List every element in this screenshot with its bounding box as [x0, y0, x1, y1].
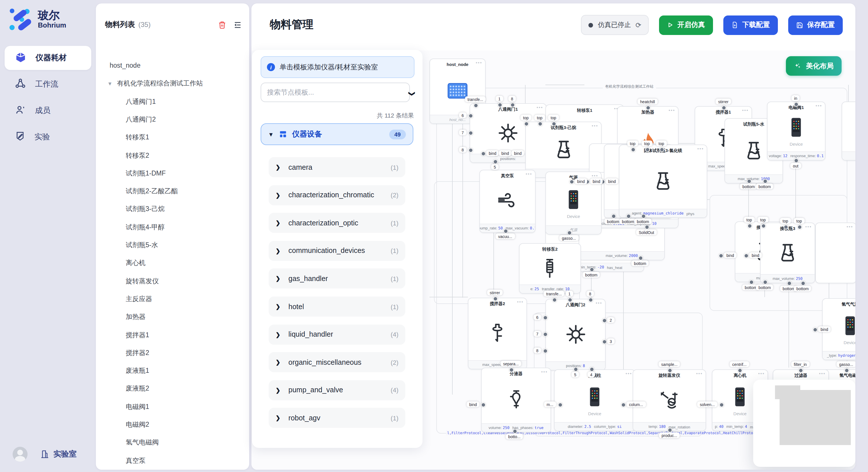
- node-洗脱柱[interactable]: 洗脱柱•••Devicediameter: 2.5column_type: si: [554, 369, 636, 431]
- node-menu-icon[interactable]: •••: [819, 371, 826, 376]
- port-dot[interactable]: [631, 147, 636, 152]
- port-dot[interactable]: [538, 122, 542, 126]
- node-分液器[interactable]: 分液器•••volume: 250has_phases: true: [481, 368, 551, 432]
- port-dot[interactable]: [646, 105, 650, 110]
- template-item-robot_agv[interactable]: ❯robot_agv(1): [269, 408, 405, 428]
- port-dot[interactable]: [641, 214, 646, 218]
- node-搅拌器2[interactable]: 搅拌器2•••max_speed: 2000: [468, 298, 527, 369]
- sidebar-item-laboratory[interactable]: 实验室: [40, 449, 76, 460]
- template-item-liquid_handler[interactable]: ❯liquid_handler(4): [269, 324, 405, 344]
- collapse-all-icon[interactable]: ❯: [408, 91, 415, 96]
- port-dot[interactable]: [543, 349, 547, 353]
- template-item-gas_handler[interactable]: ❯gas_handler(1): [269, 269, 405, 289]
- tree-item-电磁阀2[interactable]: 电磁阀2: [126, 417, 149, 431]
- node-menu-icon[interactable]: •••: [476, 60, 482, 65]
- port-dot[interactable]: [749, 280, 754, 284]
- port-dot[interactable]: [524, 122, 529, 126]
- port-dot[interactable]: [787, 281, 792, 285]
- avatar[interactable]: [12, 447, 28, 462]
- tree-item-host_node[interactable]: host_node: [110, 59, 141, 72]
- port-dot[interactable]: [468, 148, 473, 153]
- port-dot[interactable]: [468, 113, 473, 118]
- port-dot[interactable]: [513, 429, 517, 434]
- tree-item-试剂瓶4-甲醇[interactable]: 试剂瓶4-甲醇: [126, 220, 164, 234]
- port-dot[interactable]: [602, 339, 607, 344]
- port-dot[interactable]: [813, 328, 817, 332]
- port-dot[interactable]: [558, 403, 562, 407]
- tree-item-试剂瓶1-DMF[interactable]: 试剂瓶1-DMF: [126, 166, 166, 180]
- port-dot[interactable]: [574, 367, 578, 372]
- node-menu-icon[interactable]: •••: [517, 299, 524, 305]
- beautify-layout-button[interactable]: 美化布局: [786, 56, 842, 76]
- port-dot[interactable]: [719, 403, 724, 407]
- template-item-camera[interactable]: ❯camera(1): [269, 157, 405, 177]
- port-dot[interactable]: [498, 103, 502, 107]
- port-dot[interactable]: [799, 368, 803, 373]
- port-dot[interactable]: [668, 428, 672, 432]
- search-input[interactable]: [260, 82, 410, 102]
- sidebar-item-2[interactable]: 成员: [5, 99, 91, 123]
- port-dot[interactable]: [611, 214, 616, 218]
- node-接收瓶3[interactable]: 接收瓶3•••max_volume: 250: [760, 223, 815, 283]
- template-item-characterization_chromatic[interactable]: ❯characterization_chromatic(2): [269, 185, 405, 205]
- node-menu-icon[interactable]: •••: [541, 369, 548, 374]
- port-dot[interactable]: [590, 267, 594, 272]
- port-dot[interactable]: [543, 315, 547, 320]
- port-dot[interactable]: [747, 179, 751, 183]
- node-menu-icon[interactable]: •••: [596, 301, 602, 306]
- node-固体试剂瓶3-氯化镁[interactable]: 固体试剂瓶3-氯化镁•••agent: magnesium_chlorideph…: [619, 144, 707, 218]
- port-dot[interactable]: [493, 160, 498, 164]
- port-dot[interactable]: [747, 224, 752, 228]
- node-电磁阀2[interactable]: 电磁阀2Devicevoltage: 12: [842, 102, 856, 161]
- tree-item-主反应器[interactable]: 主反应器: [126, 292, 152, 306]
- tree-item-八通阀门1[interactable]: 八通阀门1: [126, 94, 156, 108]
- port-dot[interactable]: [722, 105, 726, 110]
- port-dot[interactable]: [468, 131, 473, 135]
- port-dot[interactable]: [567, 231, 572, 235]
- node-真空泵[interactable]: 真空泵•••pump_rate: 50max_vacuum: 0.1: [479, 170, 536, 233]
- port-dot[interactable]: [481, 403, 486, 407]
- port-dot[interactable]: [719, 254, 723, 258]
- port-dot[interactable]: [763, 179, 768, 183]
- node-hidden-20[interactable]: •••: [815, 223, 856, 283]
- sidebar-item-3[interactable]: 实验: [5, 125, 91, 149]
- node-menu-icon[interactable]: •••: [592, 123, 598, 129]
- port-dot[interactable]: [763, 280, 768, 284]
- port-dot[interactable]: [797, 225, 802, 229]
- port-dot[interactable]: [639, 256, 643, 260]
- tree-item-转移泵2[interactable]: 转移泵2: [126, 148, 149, 162]
- port-dot[interactable]: [645, 225, 649, 229]
- port-dot[interactable]: [509, 368, 514, 372]
- node-转移泵2[interactable]: 转移泵2e: 25transfer_rate: 10: [519, 243, 581, 294]
- tree-item-搅拌器2[interactable]: 搅拌器2: [126, 346, 149, 360]
- template-item-characterization_optic[interactable]: ❯characterization_optic(1): [269, 213, 405, 233]
- port-dot[interactable]: [844, 368, 849, 373]
- node-menu-icon[interactable]: •••: [592, 173, 598, 178]
- port-dot[interactable]: [668, 368, 672, 373]
- port-dot[interactable]: [738, 368, 742, 373]
- port-dot[interactable]: [660, 147, 664, 152]
- node-menu-icon[interactable]: •••: [742, 108, 749, 113]
- tree-item-旋转蒸发仪[interactable]: 旋转蒸发仪: [126, 274, 159, 288]
- sidebar-item-0[interactable]: 仪器耗材: [5, 46, 91, 70]
- port-dot[interactable]: [568, 298, 572, 302]
- port-dot[interactable]: [794, 158, 799, 163]
- port-dot[interactable]: [621, 403, 626, 407]
- tree-item-废液瓶1[interactable]: 废液瓶1: [126, 364, 149, 377]
- node-menu-icon[interactable]: •••: [696, 371, 703, 376]
- port-dot[interactable]: [744, 254, 749, 258]
- port-dot[interactable]: [552, 122, 556, 126]
- node-menu-icon[interactable]: •••: [536, 105, 543, 110]
- tree-item-离心机[interactable]: 离心机: [126, 256, 146, 270]
- tree-item-真空泵[interactable]: 真空泵: [126, 453, 146, 467]
- template-item-pump_and_valve[interactable]: ❯pump_and_valve(4): [269, 380, 405, 400]
- port-dot[interactable]: [784, 225, 788, 229]
- node-menu-icon[interactable]: •••: [846, 224, 853, 229]
- template-item-communication_devices[interactable]: ❯communication_devices(1): [269, 241, 405, 261]
- port-dot[interactable]: [493, 297, 498, 301]
- simulation-status-pill[interactable]: 仿真已停止 ⟳: [581, 15, 649, 35]
- port-dot[interactable]: [543, 332, 547, 337]
- save-config-button[interactable]: 保存配置: [788, 15, 843, 35]
- template-item-organic_miscellaneous[interactable]: ❯organic_miscellaneous(2): [269, 352, 405, 372]
- port-dot[interactable]: [794, 102, 799, 107]
